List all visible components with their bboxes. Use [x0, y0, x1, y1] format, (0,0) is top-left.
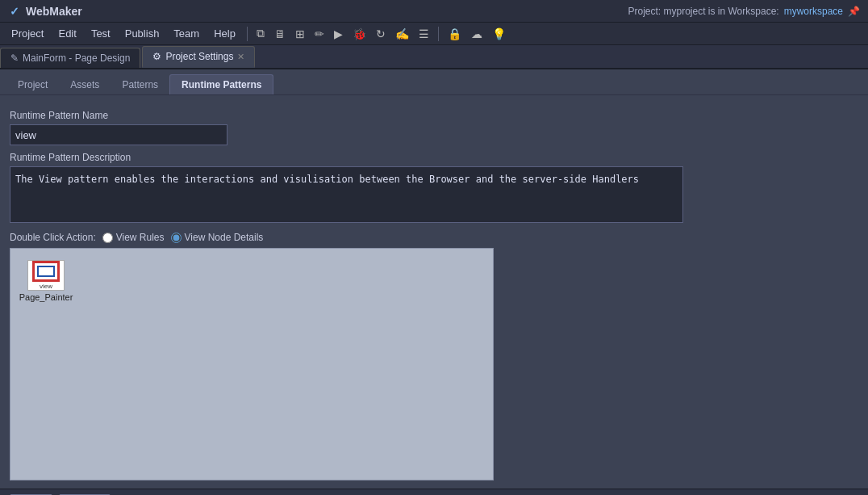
tab-mainform[interactable]: ✎ MainForm - Page Design [0, 48, 140, 68]
pattern-view-icon [32, 261, 60, 282]
radio-view-node[interactable] [171, 233, 182, 243]
refresh-icon[interactable]: ↻ [372, 25, 390, 43]
radio-view-rules-text: View Rules [116, 232, 165, 243]
pattern-item-page-painter[interactable]: view Page_Painter [22, 260, 70, 302]
bulb-icon[interactable]: 💡 [488, 25, 510, 43]
tabsbar: ✎ MainForm - Page Design ⚙ Project Setti… [0, 45, 868, 69]
pattern-icon-box: view [27, 260, 65, 291]
lock-icon[interactable]: 🔒 [444, 25, 465, 43]
radio-view-rules-label[interactable]: View Rules [102, 232, 165, 243]
tab-edit-icon: ✎ [10, 52, 19, 64]
monitor-icon[interactable]: 🖥 [270, 25, 290, 43]
project-info: Project: myproject is in Workspace: mywo… [628, 6, 860, 17]
tab-project-settings-label: Project Settings [165, 51, 233, 62]
runtime-pattern-desc-textarea[interactable] [10, 166, 683, 223]
runtime-pattern-desc-label: Runtime Pattern Description [10, 152, 858, 163]
content-tabs-bar: Project Assets Patterns Runtime Patterns [0, 69, 868, 95]
main-content: Runtime Pattern Name Runtime Pattern Des… [0, 95, 868, 489]
app-title: WebMaker [26, 5, 82, 18]
cloud-icon[interactable]: ☁ [467, 25, 486, 43]
pencil-icon[interactable]: ✏ [311, 25, 328, 43]
edit2-icon[interactable]: ✍ [391, 25, 413, 43]
pattern-canvas: view Page_Painter [10, 248, 494, 480]
menu-publish[interactable]: Publish [119, 25, 166, 42]
tab-runtime-patterns[interactable]: Runtime Patterns [169, 74, 273, 94]
tab-patterns[interactable]: Patterns [111, 75, 169, 94]
tab-project-settings[interactable]: ⚙ Project Settings ✕ [142, 46, 255, 68]
workspace-link[interactable]: myworkspace [784, 6, 843, 17]
tab-gear-icon: ⚙ [152, 51, 161, 62]
radio-view-rules[interactable] [102, 233, 113, 243]
menu-project[interactable]: Project [5, 25, 50, 42]
radio-view-node-label[interactable]: View Node Details [171, 232, 264, 243]
toolbar-sep-1 [247, 27, 248, 41]
project-info-text: Project: myproject is in Workspace: [628, 6, 778, 17]
play-icon[interactable]: ▶ [330, 25, 347, 43]
menu-team[interactable]: Team [167, 25, 206, 42]
menu-test[interactable]: Test [85, 25, 117, 42]
tab-mainform-label: MainForm - Page Design [23, 52, 130, 64]
runtime-pattern-name-input[interactable] [10, 124, 227, 145]
app-logo-icon: ✓ [8, 5, 21, 18]
workspace-pin-icon: 📌 [848, 6, 860, 17]
toolbar-sep-2 [438, 27, 439, 41]
titlebar: ✓ WebMaker Project: myproject is in Work… [0, 0, 868, 23]
bug-icon[interactable]: 🐞 [348, 25, 370, 43]
bottom-bar: Save Cancel Back [0, 489, 868, 495]
tab-project[interactable]: Project [6, 75, 59, 94]
menubar: Project Edit Test Publish Team Help ⧉ 🖥 … [0, 23, 868, 45]
radio-view-node-text: View Node Details [185, 232, 264, 243]
tab-assets[interactable]: Assets [59, 75, 111, 94]
pattern-item-name: Page_Painter [19, 292, 73, 302]
pattern-icon-label: view [40, 283, 52, 290]
menu-edit[interactable]: Edit [52, 25, 82, 42]
layers-icon[interactable]: ⊞ [291, 25, 309, 43]
app-title-area: ✓ WebMaker [8, 5, 82, 18]
copy-icon[interactable]: ⧉ [252, 24, 269, 43]
double-click-action-row: Double Click Action: View Rules View Nod… [10, 232, 858, 243]
runtime-pattern-name-label: Runtime Pattern Name [10, 110, 858, 121]
menu-help[interactable]: Help [207, 25, 242, 42]
double-click-label: Double Click Action: [10, 232, 96, 243]
tab-close-icon[interactable]: ✕ [237, 52, 244, 62]
list-icon[interactable]: ☰ [415, 25, 433, 43]
